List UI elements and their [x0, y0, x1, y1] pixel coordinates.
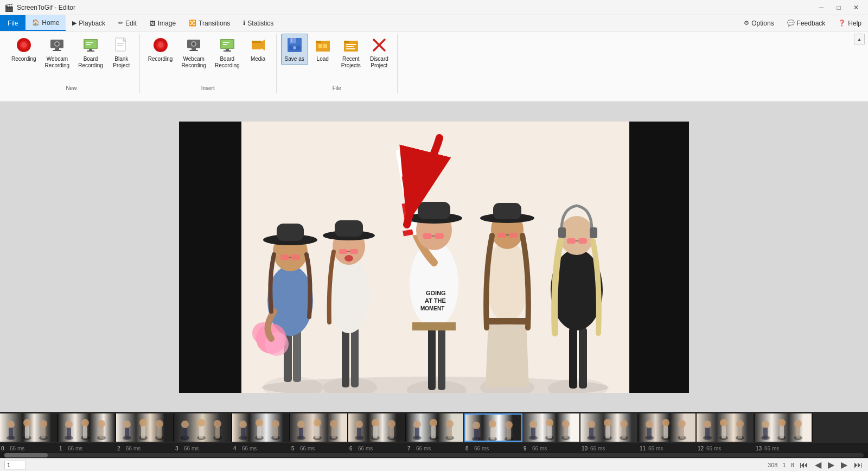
- svg-rect-201: [507, 428, 511, 440]
- svg-rect-84: [412, 322, 456, 330]
- svg-rect-45: [346, 44, 356, 45]
- frame-thumb-2[interactable]: [116, 413, 174, 442]
- svg-rect-241: [738, 427, 742, 438]
- frame-thumb-4[interactable]: [232, 413, 290, 442]
- svg-rect-248: [780, 425, 784, 438]
- svg-rect-135: [125, 427, 129, 439]
- load-button[interactable]: Load: [309, 34, 336, 65]
- minimize-button[interactable]: ─: [814, 2, 829, 13]
- save-as-button[interactable]: Save as: [281, 34, 308, 65]
- home-label: Home: [42, 19, 59, 27]
- svg-rect-245: [763, 427, 768, 439]
- svg-rect-145: [183, 427, 187, 439]
- options-menu[interactable]: ⚙ Options: [737, 15, 780, 31]
- file-menu[interactable]: File: [0, 15, 25, 31]
- board-icon: [82, 36, 99, 54]
- tab-playback[interactable]: ▶ Playback: [66, 15, 112, 31]
- title-bar-left: 🎬 ScreenToGif - Editor: [4, 3, 75, 12]
- svg-rect-12: [89, 49, 92, 50]
- svg-point-146: [181, 421, 189, 428]
- discard-project-button[interactable]: DiscardProject: [366, 34, 393, 72]
- frame-thumb-3[interactable]: [174, 413, 232, 442]
- tab-edit[interactable]: ✏ Edit: [112, 15, 143, 31]
- frame-thumb-0[interactable]: [0, 413, 58, 442]
- timeline-labels: 0 66 ms1 66 ms2 66 ms3 66 ms4 66 ms5 66 …: [0, 443, 868, 453]
- svg-rect-168: [315, 425, 320, 438]
- board-recording-button[interactable]: BoardRecording: [74, 34, 107, 72]
- ribbon: Recording WebcamRecording: [0, 31, 868, 102]
- frame-thumb-6[interactable]: [348, 413, 406, 442]
- svg-point-219: [604, 419, 611, 427]
- close-button[interactable]: ✕: [848, 2, 864, 13]
- status-left: [4, 461, 26, 469]
- svg-point-69: [328, 257, 369, 333]
- maximize-button[interactable]: □: [831, 2, 846, 13]
- nav-next-button[interactable]: ▶: [840, 460, 848, 470]
- svg-point-2: [21, 42, 27, 48]
- svg-rect-7: [53, 50, 61, 51]
- image-label: Image: [158, 20, 176, 27]
- frame-thumb-12[interactable]: [697, 413, 755, 442]
- svg-rect-211: [564, 427, 568, 438]
- statistics-label: Statistics: [247, 20, 273, 27]
- svg-rect-47: [346, 48, 355, 49]
- tab-home[interactable]: 🏠 Home: [25, 15, 66, 31]
- frame-thumb-8[interactable]: [464, 413, 522, 442]
- svg-point-139: [139, 419, 147, 427]
- insert-webcam-button[interactable]: WebcamRecording: [177, 34, 210, 72]
- webcam-recording-label: WebcamRecording: [45, 56, 70, 69]
- ribbon-collapse-button[interactable]: ▲: [854, 34, 865, 44]
- frame-thumb-9[interactable]: [522, 413, 580, 442]
- svg-point-246: [762, 421, 769, 428]
- svg-point-182: [388, 420, 395, 428]
- media-icon: [250, 36, 267, 54]
- insert-board-button[interactable]: BoardRecording: [211, 34, 244, 72]
- svg-rect-205: [531, 427, 535, 439]
- insert-record-icon: [152, 36, 169, 54]
- frame-input[interactable]: [4, 461, 26, 469]
- frame-thumb-11[interactable]: [639, 413, 697, 442]
- nav-prev-button[interactable]: ◀: [814, 460, 822, 470]
- help-menu[interactable]: ❓ Help: [832, 15, 868, 31]
- feedback-icon: 💬: [787, 20, 795, 27]
- edit-icon: ✏: [118, 20, 123, 27]
- recent-projects-button[interactable]: RecentProjects: [337, 34, 365, 72]
- frame-thumb-13[interactable]: [755, 413, 813, 442]
- image-icon: 🖼: [150, 20, 156, 27]
- scroll-thumb[interactable]: [4, 453, 48, 457]
- svg-text:GOING: GOING: [426, 290, 446, 296]
- svg-rect-231: [680, 427, 684, 438]
- tab-image[interactable]: 🖼 Image: [143, 15, 182, 31]
- playback-label: Playback: [79, 20, 105, 27]
- recording-button[interactable]: Recording: [8, 34, 40, 65]
- svg-point-132: [98, 420, 105, 428]
- nav-last-button[interactable]: ⏭: [853, 460, 864, 470]
- frame-thumb-7[interactable]: [406, 413, 464, 442]
- svg-rect-100: [497, 233, 506, 238]
- insert-board-label: BoardRecording: [215, 56, 240, 69]
- svg-rect-30: [224, 50, 231, 52]
- svg-rect-215: [589, 427, 593, 439]
- media-button[interactable]: Media: [245, 34, 272, 65]
- svg-rect-9: [85, 40, 97, 48]
- black-bar-left: [179, 122, 241, 393]
- nav-first-button[interactable]: ⏮: [799, 460, 809, 470]
- feedback-menu[interactable]: 💬 Feedback: [781, 15, 832, 31]
- nav-play-button[interactable]: ▶: [827, 460, 835, 470]
- transitions-icon: 🔀: [189, 20, 196, 27]
- timeline-scroll[interactable]: [0, 453, 868, 458]
- frame-thumb-1[interactable]: [58, 413, 116, 442]
- svg-rect-26: [221, 40, 233, 48]
- svg-rect-235: [705, 427, 710, 439]
- webcam-recording-button[interactable]: WebcamRecording: [41, 34, 74, 72]
- frame-thumb-10[interactable]: [580, 413, 639, 442]
- board-recording-label: BoardRecording: [78, 56, 103, 69]
- blank-project-button[interactable]: BlankProject: [108, 34, 135, 72]
- insert-recording-button[interactable]: Recording: [144, 34, 177, 65]
- tab-statistics[interactable]: ℹ Statistics: [237, 15, 280, 31]
- svg-rect-67: [342, 328, 349, 387]
- frame-thumb-5[interactable]: [290, 413, 348, 442]
- home-icon: 🏠: [32, 19, 40, 26]
- frame-label-4: 4 66 ms: [232, 443, 290, 453]
- tab-transitions[interactable]: 🔀 Transitions: [182, 15, 237, 31]
